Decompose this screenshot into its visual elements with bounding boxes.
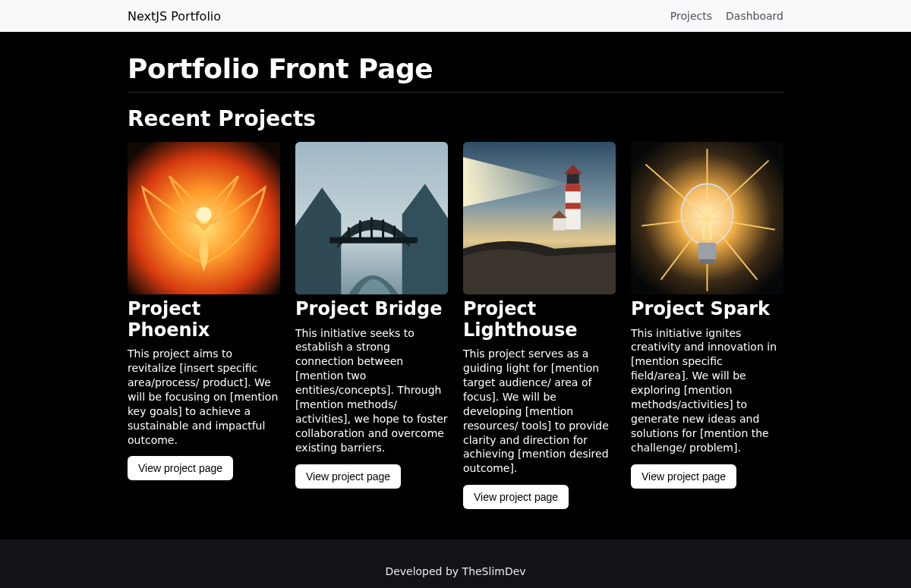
project-description: This project serves as a guiding light f… [463,347,616,476]
view-project-button[interactable]: View project page [463,485,569,509]
svg-rect-14 [566,203,581,209]
footer-text: Developed by TheSlimDev [385,565,525,577]
page-title: Portfolio Front Page [128,53,783,93]
project-thumb-bridge [295,142,448,294]
section-title: Recent Projects [128,106,783,131]
project-title: Project Bridge [295,299,448,320]
project-description: This initiative ignites creativity and i… [631,326,783,455]
project-thumb-phoenix [128,142,280,294]
project-thumb-spark [631,142,783,294]
project-card-spark: Project Spark This initiative ignites cr… [631,142,783,509]
svg-rect-30 [698,243,716,259]
svg-rect-17 [553,219,566,231]
nav-links: Projects Dashboard [670,10,783,22]
view-project-button[interactable]: View project page [295,464,401,489]
svg-point-2 [196,206,211,222]
nav-link-dashboard[interactable]: Dashboard [726,10,783,22]
svg-point-29 [681,184,733,244]
brand-title[interactable]: NextJS Portfolio [128,9,221,24]
project-description: This project aims to revitalize [insert … [128,347,280,447]
project-card-phoenix: Project Phoenix This project aims to rev… [128,142,280,509]
nav-link-projects[interactable]: Projects [670,10,712,22]
project-title: Project Lighthouse [463,299,616,341]
svg-rect-15 [567,174,579,184]
navbar: NextJS Portfolio Projects Dashboard [0,0,911,32]
view-project-button[interactable]: View project page [631,464,736,489]
svg-rect-13 [566,184,581,191]
footer: Developed by TheSlimDev [0,539,911,588]
project-card-lighthouse: Project Lighthouse This project serves a… [463,142,616,509]
project-title: Project Phoenix [128,299,280,341]
svg-rect-4 [329,237,418,244]
main-container: Portfolio Front Page Recent Projects [0,32,911,539]
view-project-button[interactable]: View project page [128,456,233,480]
project-title: Project Spark [631,299,783,320]
project-description: This initiative seeks to establish a str… [295,326,448,455]
projects-grid: Project Phoenix This project aims to rev… [128,142,783,509]
project-thumb-lighthouse [463,142,616,294]
project-card-bridge: Project Bridge This initiative seeks to … [295,142,448,509]
svg-rect-31 [699,259,714,264]
